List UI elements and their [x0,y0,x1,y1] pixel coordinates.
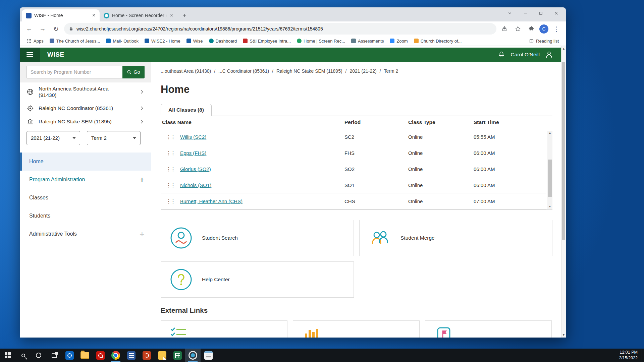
file-explorer-taskbar-button[interactable] [77,349,93,362]
class-link[interactable]: Nichols (SO1) [180,182,211,188]
student-search-card[interactable]: Student Search [161,220,354,256]
sidebar-item-program-administration[interactable]: Program Administration + [20,171,151,189]
plus-icon[interactable]: + [140,230,145,238]
file-explorer-icon [80,352,89,359]
bookmark-item[interactable]: Assessments [349,38,386,44]
external-link-card[interactable] [293,320,420,338]
drag-handle-icon[interactable]: ⋮⋮ [166,183,175,188]
tab-close-icon[interactable]: × [91,12,96,18]
sticky-notes-taskbar-button[interactable] [154,349,170,362]
bell-icon[interactable] [498,51,505,58]
period-cell: SO2 [344,166,408,172]
drag-handle-icon[interactable]: ⋮⋮ [166,150,175,156]
class-link[interactable]: Willis (SC2) [180,134,206,140]
maximize-icon[interactable] [533,7,548,19]
drag-handle-icon[interactable]: ⋮⋮ [166,167,175,172]
new-tab-button[interactable]: + [179,10,190,20]
taskbar-search-button[interactable] [15,349,31,362]
minimize-icon[interactable] [518,7,533,19]
tab-wise-home[interactable]: WISE - Home × [22,9,100,21]
user-name[interactable]: Carol O'Neill [511,52,540,58]
bookmark-item[interactable]: Wise [184,38,205,44]
scroll-down-icon[interactable]: ▼ [561,332,566,338]
start-button[interactable] [0,349,15,362]
bookmark-item[interactable]: Mail- Outlook [104,38,141,44]
table-scrollbar[interactable]: ▲ ▼ [547,131,552,209]
page-scrollbar[interactable]: ▲ ▼ [561,46,566,338]
word-taskbar-button[interactable] [123,349,139,362]
breadcrumb-item[interactable]: 2021 (21-22) [342,68,377,74]
forward-icon[interactable]: → [37,23,48,34]
person-icon[interactable] [545,51,553,59]
menu-kebab-icon[interactable]: ⋮ [551,23,562,34]
bookmark-star-icon[interactable] [513,23,523,34]
student-merge-card[interactable]: Student Merge [359,220,552,256]
go-button[interactable]: Go [122,66,145,78]
profile-avatar[interactable]: C [539,24,548,34]
scrollbar-thumb[interactable] [562,62,565,240]
sidebar-item-home[interactable]: Home [20,153,151,171]
bookmark-item[interactable]: Church Directory of... [412,38,464,44]
tab-close-icon[interactable]: × [169,12,174,18]
breadcrumb-item[interactable]: Raleigh NC Stake SEM (11895) [269,68,342,74]
close-icon[interactable] [548,7,564,19]
breadcrumb-item[interactable]: ...outheast Area (91430) [161,68,211,74]
help-center-card[interactable]: Help Center [161,261,354,298]
external-link-card[interactable] [161,320,287,338]
menu-toggle-button[interactable] [20,48,40,62]
bookmark-item[interactable]: S&I Employee Intra... [240,38,293,44]
term-select[interactable]: Term 2 [87,131,141,145]
back-icon[interactable]: ← [24,23,35,34]
share-icon[interactable] [499,23,510,34]
bookmark-item[interactable]: WISE2 - Home [142,38,183,44]
breadcrumb-item[interactable]: ...C Coordinator (85361) [211,68,269,74]
tab-search-icon[interactable] [502,7,518,19]
word-icon [127,351,136,360]
org-item-coordinator[interactable]: Raleigh NC Coordinator (85361) [20,102,151,115]
scroll-up-icon[interactable]: ▲ [561,46,566,51]
scroll-down-icon[interactable]: ▼ [547,204,552,209]
powerpoint-taskbar-button[interactable] [139,349,154,362]
acrobat-taskbar-button[interactable] [93,349,108,362]
notepad-taskbar-button[interactable] [201,349,216,362]
sidebar-item-administrative-tools[interactable]: Administrative Tools + [20,225,151,243]
class-link[interactable]: Epps (FHS) [180,150,206,156]
taskbar-clock[interactable]: 12:01 PM 2/15/2022 [615,350,642,361]
apps-shortcut[interactable]: Apps [24,38,46,44]
class-link[interactable]: Burnett, Heather Ann (CHS) [180,198,243,204]
cortana-button[interactable] [31,349,46,362]
class-link[interactable]: Glorius (SO2) [180,166,211,172]
bookmark-item[interactable]: Zoom [387,38,410,44]
task-view-button[interactable] [46,349,62,362]
bookmark-item[interactable]: Dashboard [207,38,239,44]
drag-handle-icon[interactable]: ⋮⋮ [166,134,175,140]
sidebar-item-students[interactable]: Students [20,207,151,225]
scrollbar-thumb[interactable] [548,160,552,197]
tab-screen-recorder[interactable]: Home - Screen Recorder & Vide... × [100,9,177,21]
external-link-card[interactable] [425,320,552,338]
org-item-program[interactable]: Raleigh NC Stake SEM (11895) [20,115,151,128]
table-row: ⋮⋮Epps (FHS) FHS Online 06:00 AM [161,145,546,161]
address-bar[interactable]: wise2.churchofjesuschrist.org/areas/2470… [64,23,496,35]
program-search-input[interactable] [26,66,122,78]
tab-all-classes[interactable]: All Classes (8) [161,104,212,116]
scroll-up-icon[interactable]: ▲ [547,131,552,135]
sidebar-item-classes[interactable]: Classes [20,189,151,207]
outlook-taskbar-button[interactable] [62,349,77,362]
org-item-area[interactable]: North America Southeast Area (91430) [20,82,151,102]
chrome-taskbar-button[interactable] [108,349,123,362]
year-select[interactable]: 2021 (21-22) [26,131,80,145]
help-icon [170,268,193,291]
plus-icon[interactable]: + [140,175,145,184]
bookmark-item[interactable]: Home | Screen Rec... [294,38,347,44]
bookmark-item[interactable]: The Church of Jesus... [47,38,103,44]
show-desktop-button[interactable] [642,349,644,362]
excel-taskbar-button[interactable] [170,349,185,362]
extensions-icon[interactable] [526,23,537,34]
reading-list-button[interactable]: Reading list [527,38,561,44]
breadcrumb-item[interactable]: Term 2 [377,68,398,74]
reload-icon[interactable]: ↻ [51,23,61,34]
tab-title: WISE - Home [34,13,89,18]
drag-handle-icon[interactable]: ⋮⋮ [166,199,175,204]
screen-recorder-taskbar-button[interactable] [185,349,201,362]
